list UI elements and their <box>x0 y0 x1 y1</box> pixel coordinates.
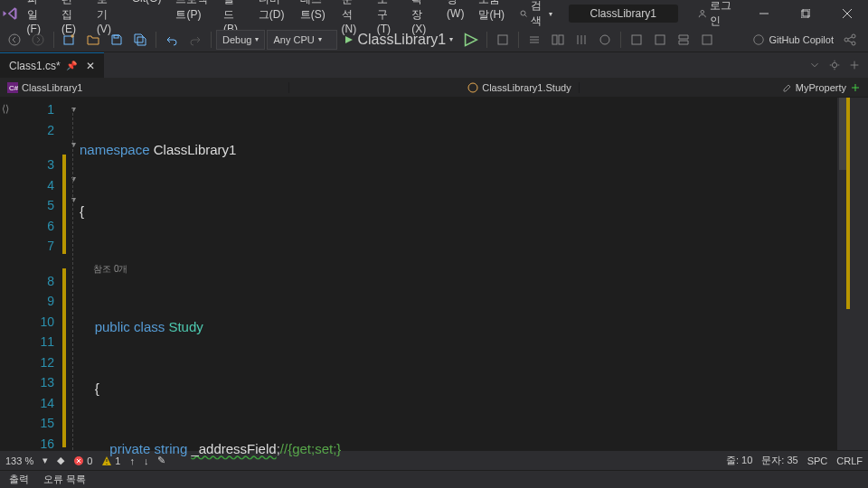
property-icon <box>781 82 792 93</box>
svg-point-2 <box>701 10 704 14</box>
chevron-icon[interactable]: ▾ <box>42 455 48 466</box>
output-tab[interactable]: 출력 <box>4 471 34 488</box>
lineend-indicator[interactable]: CRLF <box>836 455 863 466</box>
vs-logo-icon <box>0 5 21 22</box>
tb-icon-6[interactable] <box>626 30 647 50</box>
svg-rect-5 <box>803 9 810 16</box>
svg-text:C#: C# <box>9 84 18 92</box>
svg-rect-14 <box>559 35 563 44</box>
tb-icon-1[interactable] <box>492 30 514 50</box>
class-icon <box>467 82 478 93</box>
svg-point-26 <box>468 83 477 92</box>
issues-icon[interactable]: ◆ <box>57 455 64 466</box>
pin-icon[interactable]: 📌 <box>66 61 77 70</box>
tb-icon-3[interactable] <box>547 30 569 50</box>
close-icon[interactable]: ✕ <box>86 60 95 72</box>
open-button[interactable] <box>82 30 104 50</box>
redo-button[interactable] <box>184 30 206 50</box>
codelens-refs[interactable]: 참조 0개 <box>80 262 837 277</box>
save-all-button[interactable] <box>129 30 151 50</box>
tb-icon-9[interactable] <box>696 30 718 50</box>
svg-line-1 <box>524 15 526 17</box>
svg-rect-18 <box>703 35 712 44</box>
search-button[interactable]: 검색 ▾ <box>513 0 560 29</box>
platform-combo[interactable]: Any CPU▾ <box>267 30 337 50</box>
start-nodebug-button[interactable] <box>460 30 482 50</box>
svg-point-8 <box>9 34 20 45</box>
svg-point-9 <box>33 34 43 45</box>
svg-point-15 <box>600 35 609 44</box>
zoom-level[interactable]: 133 % <box>5 455 33 466</box>
tab-add-icon[interactable] <box>848 59 861 71</box>
svg-rect-16 <box>632 35 641 44</box>
side-panel-tabs[interactable] <box>850 98 868 450</box>
close-button[interactable] <box>826 0 868 27</box>
share-button[interactable] <box>839 30 861 50</box>
undo-button[interactable] <box>161 30 183 50</box>
svg-point-22 <box>852 42 855 45</box>
line-gutter: 1 2 3 4 5 6 7 8 9 10 11 12 13 14 15 16 <box>18 98 61 450</box>
search-label: 검색 <box>531 0 545 29</box>
tb-icon-8[interactable] <box>673 30 694 50</box>
login-button[interactable]: 로그인 <box>687 0 743 29</box>
svg-rect-4 <box>801 11 808 18</box>
svg-point-23 <box>832 62 836 67</box>
nav-member[interactable]: MyProperty <box>580 82 868 93</box>
svg-rect-11 <box>114 35 118 38</box>
svg-point-21 <box>852 34 855 38</box>
svg-rect-13 <box>552 35 557 44</box>
minimize-button[interactable] <box>743 0 785 27</box>
nav-back-button[interactable] <box>4 30 25 50</box>
tab-class1[interactable]: Class1.cs* 📌 ✕ <box>0 52 104 78</box>
tab-dropdown-icon[interactable] <box>808 59 821 71</box>
config-combo[interactable]: Debug▾ <box>216 30 265 50</box>
chevron-down-icon: ▾ <box>549 10 552 18</box>
svg-point-0 <box>521 11 525 15</box>
csharp-project-icon: C# <box>7 82 18 93</box>
tb-icon-5[interactable] <box>594 30 616 50</box>
tab-settings-icon[interactable] <box>828 59 841 71</box>
code-editor[interactable]: ⟨⟩ 1 2 3 4 5 6 7 8 9 10 11 12 13 14 15 1… <box>0 98 850 450</box>
nav-add-icon[interactable] <box>850 82 861 93</box>
nav-class[interactable]: ClassLibrary1.Study <box>289 82 579 93</box>
start-button[interactable]: ClassLibrary1 ▾ <box>339 30 458 50</box>
svg-rect-12 <box>498 35 507 44</box>
restore-button[interactable] <box>785 0 826 27</box>
copilot-button[interactable]: GitHub Copilot <box>752 33 834 46</box>
tab-label: Class1.cs* <box>9 60 61 72</box>
svg-point-19 <box>754 34 764 44</box>
tb-icon-4[interactable] <box>571 30 592 50</box>
svg-rect-17 <box>656 35 665 44</box>
nav-project[interactable]: C# ClassLibrary1 <box>0 82 289 93</box>
nav-fwd-button[interactable] <box>27 30 49 50</box>
svg-point-20 <box>844 38 848 42</box>
tb-icon-7[interactable] <box>649 30 671 50</box>
tb-icon-2[interactable] <box>524 30 545 50</box>
solution-name[interactable]: ClassLibrary1 <box>569 5 678 23</box>
fold-margin[interactable]: ▾▾▾▾ <box>67 98 80 450</box>
login-label: 로그인 <box>710 0 732 29</box>
vertical-scrollbar[interactable] <box>837 98 850 450</box>
save-button[interactable] <box>106 30 127 50</box>
new-project-button[interactable] <box>59 30 80 50</box>
